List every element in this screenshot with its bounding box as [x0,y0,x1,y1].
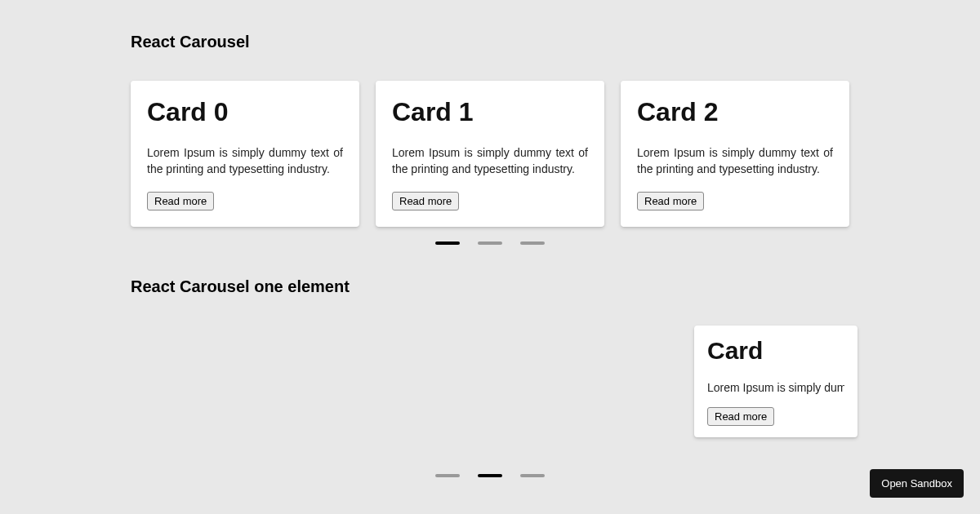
carousel-row: Card 0 Lorem Ipsum is simply dummy text … [131,81,849,227]
carousel-card: Card 2 Lorem Ipsum is simply dummy text … [621,81,849,227]
card-title: Card 1 [392,97,588,127]
open-sandbox-button[interactable]: Open Sandbox [870,469,964,498]
card-text: Lorem Ipsum is simply dummy text of the … [637,145,833,177]
card-title: Card 2 [637,97,833,127]
card-text: Lorem Ipsum is simply dummy text of the … [147,145,343,177]
carousel-dot[interactable] [520,241,545,245]
card-text: Lorem Ipsum is simply dummy [707,381,844,394]
read-more-button[interactable]: Read more [707,407,774,426]
card-title: Card 0 [147,97,343,127]
carousel-one-area: Card Lorem Ipsum is simply dummy Read mo… [131,326,849,489]
carousel-dot[interactable] [435,241,460,245]
section-title-carousel: React Carousel [131,33,849,51]
read-more-button[interactable]: Read more [637,192,704,210]
section-title-carousel-one: React Carousel one element [131,277,849,296]
carousel-dots [131,241,849,245]
card-title: Card [707,337,844,365]
carousel-card: Card 0 Lorem Ipsum is simply dummy text … [131,81,359,227]
carousel-dot[interactable] [478,241,502,245]
carousel-card: Card Lorem Ipsum is simply dummy Read mo… [694,326,858,437]
carousel-card: Card 1 Lorem Ipsum is simply dummy text … [376,81,604,227]
read-more-button[interactable]: Read more [392,192,459,210]
read-more-button[interactable]: Read more [147,192,214,210]
card-text: Lorem Ipsum is simply dummy text of the … [392,145,588,177]
